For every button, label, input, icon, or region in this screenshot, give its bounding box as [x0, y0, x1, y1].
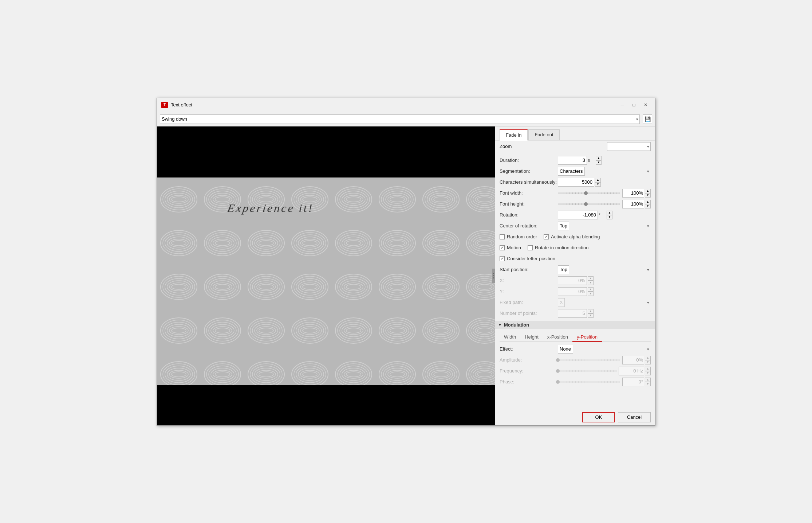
- zoom-label: Zoom: [500, 144, 607, 149]
- fixed-path-wrapper: X: [558, 298, 651, 307]
- preview-black-bottom: [157, 385, 495, 425]
- duration-down[interactable]: ▼: [596, 160, 602, 165]
- start-position-dropdown[interactable]: Top: [558, 265, 569, 274]
- font-width-down[interactable]: ▼: [645, 193, 651, 198]
- cancel-button[interactable]: Cancel: [618, 412, 651, 422]
- random-order-checkbox[interactable]: [500, 234, 505, 239]
- frequency-row: Frequency: ▲ ▼: [500, 366, 651, 376]
- y-label: Y:: [500, 289, 558, 294]
- center-rotation-label: Center of rotation:: [500, 223, 558, 229]
- phase-slider-container: ▲ ▼: [558, 378, 651, 386]
- app-icon: T: [161, 102, 168, 108]
- num-points-label: Number of points:: [500, 311, 558, 316]
- alpha-blending-checkbox[interactable]: ✓: [544, 234, 549, 239]
- font-width-row: Font width: ▲ ▼: [500, 188, 651, 198]
- segmentation-label: Segmentation:: [500, 168, 558, 174]
- duration-input[interactable]: [558, 156, 587, 165]
- font-height-up[interactable]: ▲: [645, 200, 651, 204]
- maximize-button[interactable]: □: [629, 101, 639, 109]
- font-width-up[interactable]: ▲: [645, 189, 651, 193]
- fixed-path-value: X: [558, 298, 651, 307]
- chars-simultaneous-input[interactable]: [558, 178, 594, 187]
- chars-down[interactable]: ▼: [595, 182, 601, 187]
- phase-track: [558, 381, 620, 383]
- mod-tab-yposition[interactable]: y-Position: [572, 333, 602, 342]
- start-position-wrapper: Top: [558, 265, 651, 274]
- zoom-dropdown[interactable]: [607, 142, 651, 151]
- duration-unit: s: [588, 157, 595, 163]
- ok-button[interactable]: OK: [582, 412, 615, 422]
- start-position-row: Start position: Top: [500, 265, 651, 275]
- chars-input-group: ▲ ▼: [558, 178, 601, 187]
- preset-dropdown[interactable]: Swing down: [160, 114, 640, 124]
- mod-tab-width[interactable]: Width: [500, 333, 520, 342]
- handle-dot-1: [493, 273, 494, 274]
- font-width-track: [558, 192, 620, 194]
- font-height-slider[interactable]: [558, 203, 620, 205]
- font-height-input[interactable]: [622, 200, 644, 208]
- effect-dropdown[interactable]: None: [558, 345, 573, 354]
- y-spin: ▲ ▼: [588, 287, 594, 296]
- center-rotation-row: Center of rotation: Top: [500, 221, 651, 231]
- rotation-input[interactable]: [558, 211, 598, 219]
- amplitude-row: Amplitude: ▲ ▼: [500, 355, 651, 365]
- phase-thumb: [556, 380, 560, 384]
- frequency-input: [619, 367, 644, 375]
- y-input: [558, 287, 587, 296]
- frequency-thumb: [556, 369, 560, 373]
- tab-fade-in[interactable]: Fade in: [500, 129, 528, 141]
- font-width-input[interactable]: [622, 189, 644, 198]
- phase-row: Phase: ▲ ▼: [500, 377, 651, 387]
- rotation-value: ° ▲ ▼: [558, 211, 651, 219]
- center-rotation-dropdown[interactable]: Top: [558, 222, 569, 230]
- x-input: [558, 276, 587, 285]
- resize-handle[interactable]: [492, 269, 495, 283]
- close-button[interactable]: ✕: [640, 101, 651, 109]
- font-height-down[interactable]: ▼: [645, 204, 651, 208]
- font-height-input-group: ▲ ▼: [622, 200, 651, 208]
- preview-black-top: [157, 126, 495, 177]
- modulation-section-header: ▼ Modulation: [495, 321, 655, 329]
- chars-spin: ▲ ▼: [595, 178, 601, 187]
- duration-value: s ▲ ▼: [558, 156, 651, 165]
- y-value: ▲ ▼: [558, 287, 651, 296]
- mod-tab-xposition[interactable]: x-Position: [543, 333, 572, 342]
- consider-letter-checkbox[interactable]: ✓: [500, 256, 505, 261]
- x-input-group: ▲ ▼: [558, 276, 594, 285]
- motion-checkbox[interactable]: ✓: [500, 245, 505, 250]
- random-alpha-row: Random order ✓ Activate alpha blending: [500, 232, 651, 242]
- amplitude-label: Amplitude:: [500, 357, 558, 363]
- segmentation-dropdown[interactable]: Characters: [558, 167, 585, 176]
- frequency-down: ▼: [645, 371, 651, 375]
- minimize-button[interactable]: ─: [617, 101, 627, 109]
- chars-up[interactable]: ▲: [595, 178, 601, 182]
- duration-up[interactable]: ▲: [596, 156, 602, 160]
- tab-fade-out[interactable]: Fade out: [528, 129, 559, 140]
- x-down: ▼: [588, 281, 594, 285]
- amplitude-value: ▲ ▼: [558, 356, 651, 364]
- amplitude-down: ▼: [645, 360, 651, 364]
- mod-tab-height[interactable]: Height: [520, 333, 543, 342]
- modulation-collapse-icon[interactable]: ▼: [498, 323, 502, 327]
- settings-content: Duration: s ▲ ▼ Segment: [495, 152, 655, 390]
- font-width-slider[interactable]: [558, 192, 620, 194]
- center-rotation-value: Top: [558, 222, 651, 230]
- num-points-up: ▲: [588, 309, 594, 313]
- rotate-in-motion-checkbox[interactable]: [528, 245, 533, 250]
- segmentation-row: Segmentation: Characters: [500, 166, 651, 176]
- motion-label: Motion: [507, 245, 521, 250]
- rotation-spin: ▲ ▼: [607, 211, 612, 219]
- font-height-spin: ▲ ▼: [645, 200, 651, 208]
- segmentation-dropdown-wrapper: Characters: [558, 167, 651, 176]
- preview-text: Experience it!: [157, 193, 495, 223]
- font-height-track: [558, 203, 620, 205]
- start-position-label: Start position:: [500, 267, 558, 272]
- save-button[interactable]: 💾: [643, 114, 652, 124]
- phase-value: ▲ ▼: [558, 378, 651, 386]
- motion-rotate-row: ✓ Motion Rotate in motion direction: [500, 243, 651, 253]
- rotate-in-motion-label: Rotate in motion direction: [535, 245, 588, 250]
- chars-simultaneous-row: Characters simultaneously: ▲ ▼: [500, 177, 651, 187]
- rotation-up[interactable]: ▲: [607, 211, 612, 215]
- amplitude-slider-container: ▲ ▼: [558, 356, 651, 364]
- rotation-down[interactable]: ▼: [607, 215, 612, 219]
